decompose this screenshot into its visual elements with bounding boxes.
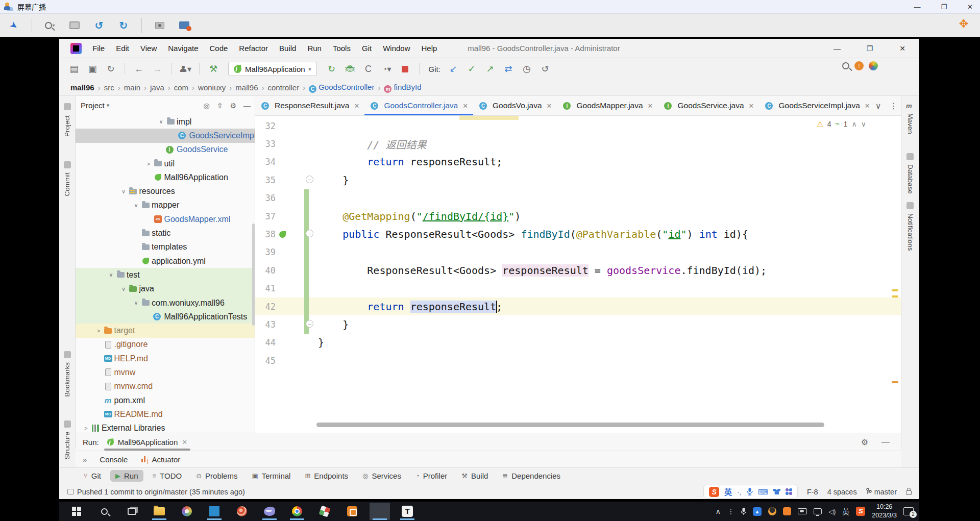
breadcrumb-item[interactable]: mall96 [235, 83, 258, 92]
breadcrumb-item[interactable]: woniuxy [198, 83, 226, 92]
tray-sogou-icon[interactable]: S [856, 507, 865, 516]
menu-help[interactable]: Help [417, 42, 442, 55]
git-update-icon[interactable]: ↙ [446, 62, 461, 76]
toolwindow-services[interactable]: ◎Services [357, 470, 406, 482]
file-encoding[interactable]: F-8 [807, 488, 818, 496]
breadcrumb-item[interactable]: java [150, 83, 164, 92]
debug-icon[interactable]: 🐞︎ [342, 62, 358, 76]
gear-icon[interactable]: ⚙ [861, 437, 868, 447]
fold-marker-icon[interactable]: – [306, 176, 313, 183]
close-icon[interactable]: ✕ [462, 102, 468, 110]
rerun-icon[interactable]: ↻ [324, 62, 339, 76]
display-icon[interactable] [814, 508, 822, 514]
tree-item[interactable]: CMall96ApplicationTests [76, 310, 255, 324]
rollback-icon[interactable]: ↺ [537, 62, 553, 76]
minimize-button[interactable]: — [914, 3, 920, 11]
overflow-tabs-icon[interactable]: » [83, 455, 86, 464]
maximize-button[interactable]: ❐ [941, 3, 947, 11]
tree-item[interactable]: IGoodsService [76, 143, 255, 157]
open-icon[interactable]: ▤ [66, 62, 82, 76]
tab-goodsvo-java[interactable]: CGoodsVo.java✕ [473, 96, 557, 115]
strip-item-database[interactable]: Database [906, 164, 914, 194]
tray-blue-app-icon[interactable]: ▲ [753, 507, 762, 516]
vscode-icon[interactable] [204, 503, 225, 520]
breadcrumb-item[interactable]: controller [267, 83, 299, 92]
code-line[interactable]: 39 [255, 243, 901, 261]
code-line[interactable]: 34 return responseResult; [255, 153, 901, 171]
status-message[interactable]: Pushed 1 commit to origin/master (35 min… [77, 488, 245, 496]
menu-edit[interactable]: Edit [111, 42, 134, 55]
hidden-tabs-icon[interactable]: ∨ [875, 101, 881, 111]
tree-chevron-icon[interactable]: ∨ [119, 286, 128, 292]
menu-run[interactable]: Run [303, 42, 326, 55]
breadcrumb-item[interactable]: mfindById [384, 83, 421, 93]
breadcrumb-item[interactable]: src [104, 83, 114, 92]
tree-item[interactable]: mvnw [76, 365, 255, 379]
tray-qq-icon[interactable] [768, 507, 776, 515]
tab-goodsserviceimpl-java[interactable]: CGoodsServiceImpl.java✕ [759, 96, 875, 115]
profiler-icon[interactable]: ◔▾ [379, 62, 395, 76]
file-explorer-icon[interactable] [149, 503, 169, 520]
microphone-icon[interactable] [747, 488, 753, 495]
tree-item[interactable]: ∨mapper [76, 199, 255, 212]
skin-icon[interactable] [773, 489, 780, 494]
menu-navigate[interactable]: Navigate [163, 42, 203, 55]
hide-panel-icon[interactable]: — [881, 437, 890, 447]
fullscreen-expand-icon[interactable]: ✥ [957, 17, 971, 31]
keyboard-icon[interactable]: ⌨ [758, 488, 768, 496]
gear-icon[interactable]: ⚙ [230, 102, 236, 110]
breadcrumb-item[interactable]: mall96 [70, 83, 94, 92]
tree-item[interactable]: mpom.xml [76, 393, 255, 407]
save-icon[interactable]: ▣ [85, 62, 100, 76]
project-scrollbar[interactable] [252, 224, 255, 326]
menu-view[interactable]: View [136, 42, 161, 55]
menu-window[interactable]: Window [378, 42, 414, 55]
tray-dots-icon[interactable]: ⋮ [727, 507, 734, 515]
toolwindow-dependencies[interactable]: ≣Dependencies [497, 470, 566, 482]
sogou-ime-bar[interactable]: S 英 ·, ⌨ [703, 485, 798, 499]
code-line[interactable]: 37 @GetMapping("/findById/{id}") [255, 207, 901, 225]
locate-icon[interactable]: ◎ [203, 102, 209, 110]
pin-icon[interactable]: ➤ [5, 16, 23, 34]
strip-item-bookmarks[interactable]: Bookmarks [63, 362, 71, 397]
close-icon[interactable]: ✕ [182, 438, 187, 446]
tree-item[interactable]: MDHELP.md [76, 352, 255, 365]
tree-item[interactable]: mvnw.cmd [76, 380, 255, 393]
code-line[interactable]: 44} [255, 334, 901, 352]
ide-features-icon[interactable] [869, 61, 878, 70]
notification-center-icon[interactable] [903, 507, 914, 515]
toolwindow-run[interactable]: ▶Run [110, 470, 143, 482]
code-line[interactable]: 45 [255, 352, 901, 369]
tab-responseresult-java[interactable]: CResponseResult.java✕ [255, 96, 364, 115]
search-everywhere-icon[interactable] [842, 62, 849, 69]
punctuation-icon[interactable]: ·, [737, 488, 742, 496]
tree-chevron-icon[interactable]: > [94, 328, 103, 334]
toolwindow-todo[interactable]: ≡TODO [148, 470, 187, 482]
tree-item[interactable]: templates [76, 240, 255, 254]
breadcrumb-item[interactable]: CGoodsController [309, 83, 374, 93]
screen-icon[interactable] [68, 19, 81, 32]
toolbox-icon[interactable] [786, 488, 792, 495]
update-available-icon[interactable]: ↑ [854, 61, 864, 70]
close-icon[interactable]: ✕ [648, 102, 653, 110]
tree-item[interactable]: static [76, 226, 255, 240]
tab-goodsservice-java[interactable]: IGoodsService.java✕ [658, 96, 759, 115]
tree-item[interactable]: ∨java [76, 282, 255, 296]
back-icon[interactable]: ← [131, 62, 146, 76]
mysql-dolphin-icon[interactable] [259, 503, 280, 520]
profile-icon[interactable]: 👤︎▾ [178, 62, 193, 76]
menu-git[interactable]: Git [357, 42, 376, 55]
tree-chevron-icon[interactable]: > [82, 425, 90, 431]
git-cherrypick-icon[interactable]: ⇄ [501, 62, 516, 76]
tree-item[interactable]: >target [76, 324, 255, 337]
toolwindow-problems[interactable]: ⊙Problems [191, 470, 242, 482]
tray-orange-app-icon[interactable] [783, 507, 791, 515]
minimize-button[interactable]: — [821, 39, 853, 58]
tree-chevron-icon[interactable]: ∨ [107, 271, 115, 278]
code-line[interactable]: 42 return responseResult; [255, 297, 901, 315]
code-line[interactable]: 41 [255, 280, 901, 297]
toolwindow-build[interactable]: ⚒Build [456, 470, 493, 482]
search-button[interactable] [94, 503, 114, 520]
tree-chevron-icon[interactable]: > [144, 161, 153, 167]
clock-widget[interactable]: 10:262023/3/3 [872, 503, 897, 520]
